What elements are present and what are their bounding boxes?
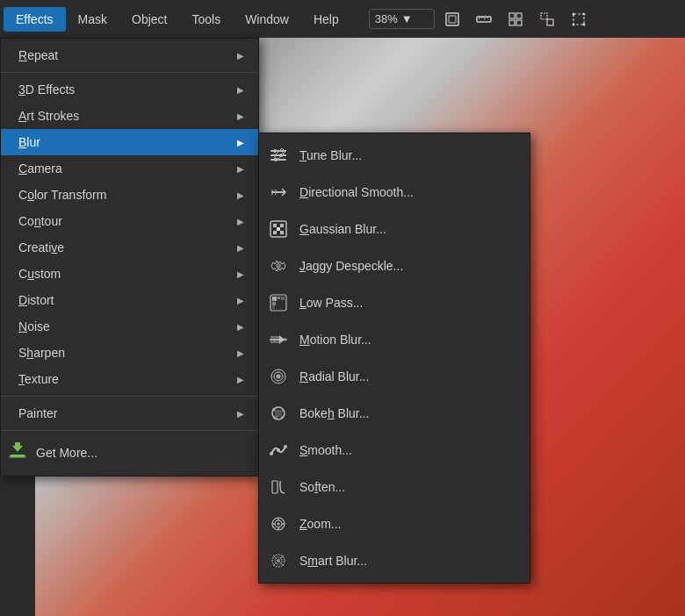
effects-dropdown-container: Repeat ▶ 3D Effects ▶ Art Strokes ▶ Blur…: [0, 38, 259, 476]
svg-point-61: [270, 452, 273, 455]
soften-icon: [266, 475, 291, 499]
menu-tools[interactable]: Tools: [179, 7, 233, 32]
zoom-select[interactable]: 38% ▼: [369, 9, 435, 29]
blur-item-smart-blur[interactable]: Smart Blur...: [259, 542, 530, 579]
svg-point-59: [274, 416, 278, 420]
menu-item-painter[interactable]: Painter ▶: [1, 400, 258, 426]
svg-point-57: [272, 408, 276, 412]
svg-point-75: [277, 559, 280, 562]
menu-item-get-more[interactable]: Get More...: [1, 434, 258, 470]
jaggy-despeckle-icon: [266, 254, 291, 278]
svg-rect-40: [281, 297, 285, 300]
menu-item-contour[interactable]: Contour ▶: [1, 208, 258, 234]
svg-rect-22: [270, 154, 286, 156]
svg-rect-7: [509, 13, 515, 18]
blur-item-bokeh-blur[interactable]: Bokeh Blur...: [259, 395, 530, 432]
svg-rect-42: [272, 305, 275, 309]
menu-item-noise[interactable]: Noise ▶: [1, 313, 258, 340]
grid-btn[interactable]: [501, 7, 530, 32]
menu-effects[interactable]: Effects: [4, 7, 66, 32]
menu-separator-3: [1, 430, 258, 431]
snap-btn[interactable]: [533, 7, 561, 32]
gaussian-blur-icon: [266, 217, 291, 241]
svg-rect-38: [272, 297, 277, 301]
blur-item-low-pass[interactable]: Low Pass...: [259, 284, 530, 321]
svg-rect-34: [280, 231, 284, 234]
svg-rect-39: [278, 297, 280, 299]
svg-point-58: [282, 410, 285, 412]
menu-item-camera[interactable]: Camera ▶: [1, 155, 258, 182]
blur-item-gaussian-blur[interactable]: Gaussian Blur...: [259, 211, 530, 247]
low-pass-icon: [266, 290, 291, 315]
svg-point-16: [572, 23, 574, 25]
zoom-dropdown-arrow: ▼: [401, 12, 413, 25]
blur-item-zoom[interactable]: Zoom...: [259, 505, 530, 542]
svg-point-17: [582, 23, 585, 25]
menu-item-distort[interactable]: Distort ▶: [1, 287, 258, 313]
svg-rect-12: [547, 19, 553, 25]
svg-rect-32: [280, 224, 284, 227]
svg-point-36: [276, 263, 281, 269]
blur-item-smooth[interactable]: Smooth...: [259, 432, 530, 469]
download-icon: [8, 441, 27, 464]
svg-rect-20: [15, 442, 20, 448]
menu-mask[interactable]: Mask: [66, 7, 119, 32]
svg-rect-2: [477, 17, 491, 22]
menu-item-texture[interactable]: Texture ▶: [1, 366, 258, 392]
fit-page-btn[interactable]: [438, 7, 466, 32]
menu-object[interactable]: Object: [119, 7, 179, 32]
svg-point-60: [281, 416, 284, 419]
menu-help[interactable]: Help: [301, 7, 351, 32]
effects-primary-menu: Repeat ▶ 3D Effects ▶ Art Strokes ▶ Blur…: [0, 38, 259, 476]
menu-window[interactable]: Window: [233, 7, 301, 32]
menu-item-art-strokes[interactable]: Art Strokes ▶: [1, 103, 258, 129]
blur-item-motion-blur[interactable]: Motion Blur...: [259, 321, 530, 358]
blur-item-radial-blur[interactable]: Radial Blur...: [259, 358, 530, 395]
svg-rect-11: [541, 13, 547, 19]
menu-item-color-transform[interactable]: Color Transform ▶: [1, 182, 258, 208]
svg-point-62: [277, 448, 280, 452]
svg-rect-33: [273, 231, 277, 234]
smart-blur-icon: [266, 548, 291, 573]
svg-rect-35: [277, 227, 280, 231]
menu-separator-2: [1, 396, 258, 397]
radial-blur-icon: [266, 364, 291, 389]
svg-rect-21: [9, 455, 26, 458]
menu-item-blur[interactable]: Blur ▶: [1, 129, 258, 155]
svg-rect-0: [446, 13, 458, 25]
menu-item-3d-effects[interactable]: 3D Effects ▶: [1, 76, 258, 103]
smooth-icon: [266, 438, 291, 462]
zoom-blur-icon: [266, 512, 291, 536]
svg-rect-9: [509, 20, 515, 25]
blur-item-tune-blur[interactable]: Tune Blur...: [259, 137, 530, 174]
menu-separator-1: [1, 72, 258, 73]
blur-item-directional-smooth[interactable]: Directional Smooth...: [259, 174, 530, 211]
bokeh-blur-icon: [266, 401, 291, 426]
crop-btn[interactable]: [565, 7, 593, 32]
blur-item-jaggy-despeckle[interactable]: Jaggy Despeckle...: [259, 247, 530, 284]
blur-item-soften[interactable]: Soften...: [259, 469, 530, 505]
menu-item-creative[interactable]: Creative ▶: [1, 234, 258, 261]
menu-item-custom[interactable]: Custom ▶: [1, 261, 258, 287]
motion-blur-icon: [266, 327, 291, 352]
svg-rect-8: [516, 13, 522, 18]
svg-point-14: [572, 12, 574, 15]
menu-item-sharpen[interactable]: Sharpen ▶: [1, 340, 258, 366]
menu-item-repeat[interactable]: Repeat ▶: [1, 42, 258, 68]
menubar: Effects Mask Object Tools Window Help 38…: [0, 0, 685, 38]
directional-smooth-icon: [266, 180, 291, 204]
svg-rect-1: [449, 16, 456, 23]
svg-point-25: [273, 149, 277, 153]
svg-rect-31: [273, 224, 277, 227]
zoom-value: 38%: [375, 12, 398, 25]
svg-point-68: [278, 523, 280, 526]
tune-blur-icon: [266, 143, 291, 168]
svg-point-15: [582, 12, 585, 15]
blur-submenu: Tune Blur... Directional Smooth...: [258, 133, 530, 584]
svg-rect-13: [573, 14, 584, 25]
svg-rect-10: [516, 20, 522, 25]
ruler-btn[interactable]: [470, 7, 498, 32]
svg-rect-41: [272, 302, 276, 305]
svg-rect-64: [272, 481, 278, 493]
svg-point-63: [284, 445, 287, 448]
